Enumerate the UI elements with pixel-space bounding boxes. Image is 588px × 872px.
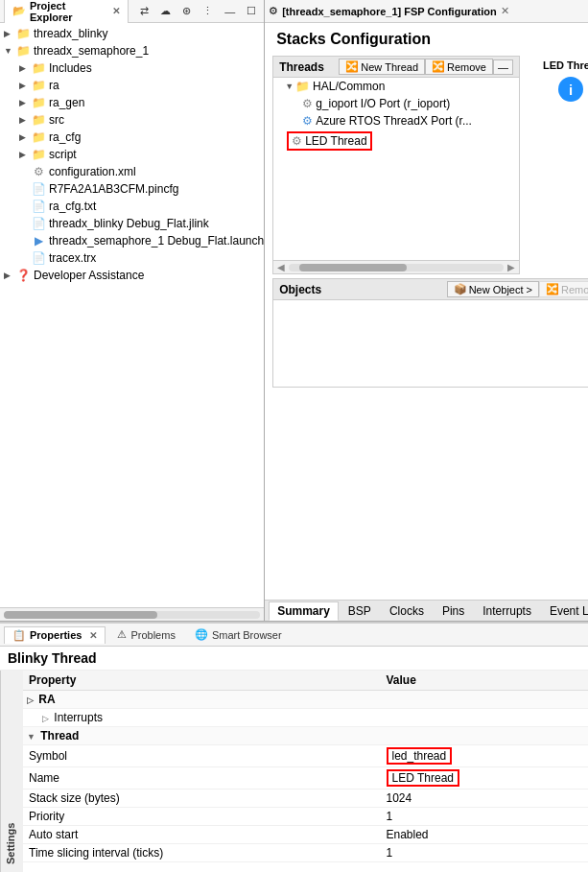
tree-label-includes: Includes [49, 61, 92, 75]
tree-label-src: src [49, 113, 64, 127]
azure-rtos-label: Azure RTOS ThreadX Port (r... [316, 114, 472, 128]
tree-item-launch[interactable]: ▶ threadx_semaphore_1 Debug_Flat.launch [0, 232, 264, 249]
threads-tree-hal-common[interactable]: ▼ 📁 HAL/Common [273, 78, 519, 95]
tree-item-ra-cfg-txt[interactable]: 📄 ra_cfg.txt [0, 198, 264, 215]
tab-interrupts[interactable]: Interrupts [474, 601, 540, 621]
new-object-button[interactable]: 📦 New Object > [447, 281, 539, 297]
smart-browser-tab-label: Smart Browser [212, 629, 282, 641]
tree-item-pincfg[interactable]: 📄 R7FA2A1AB3CFM.pincfg [0, 180, 264, 198]
table-row[interactable]: Stack size (bytes) 1024 [23, 790, 588, 808]
launch-icon: ▶ [31, 233, 46, 248]
tab-pins[interactable]: Pins [434, 601, 473, 621]
threads-tree-azure[interactable]: ⚙ Azure RTOS ThreadX Port (r... [273, 112, 519, 130]
interrupts-group-label: Interrupts [54, 711, 103, 724]
properties-tab-close-icon[interactable]: ✕ [89, 630, 97, 641]
folder-icon-includes: 📁 [31, 60, 46, 76]
tab-event-links[interactable]: Event Links [541, 601, 588, 621]
tree-arrow-ra-cfg: ▶ [19, 132, 31, 142]
tree-item-tracex[interactable]: 📄 tracex.trx [0, 249, 264, 267]
tree-label-jlink: threadx_blinky Debug_Flat.jlink [49, 217, 209, 230]
tree-label-ra-cfg-txt: ra_cfg.txt [49, 200, 96, 213]
pe-toolbar-btn5[interactable]: — [221, 4, 239, 19]
folder-icon-ra: 📁 [31, 78, 46, 93]
hscroll-right-icon[interactable]: ▶ [504, 262, 519, 272]
tree-item-threadx-semaphore[interactable]: ▼ 📁 threadx_semaphore_1 [0, 42, 264, 59]
symbol-property-label: Symbol [23, 745, 381, 767]
threads-tree-led-thread[interactable]: ⚙ LED Thread [273, 130, 519, 153]
tree-label-blinky: threadx_blinky [34, 27, 107, 40]
folder-icon-semaphore: 📁 [15, 43, 31, 59]
fsp-tab-close-icon[interactable]: ✕ [501, 5, 509, 17]
project-explorer-scrollbar[interactable] [0, 607, 264, 621]
col-value: Value [381, 671, 589, 691]
tab-clocks[interactable]: Clocks [381, 601, 433, 621]
problems-tab[interactable]: ⚠ Problems [109, 626, 182, 643]
tree-item-jlink[interactable]: 📄 threadx_blinky Debug_Flat.jlink [0, 215, 264, 232]
stack-size-value: 1024 [381, 790, 589, 808]
properties-title: Blinky Thread [0, 647, 588, 671]
tree-arrow-script: ▶ [19, 150, 31, 159]
stack-size-label: Stack size (bytes) [23, 790, 381, 808]
col-property: Property [23, 671, 381, 691]
pe-toolbar-btn4[interactable]: ⋮ [199, 3, 217, 19]
tree-arrow-blinky: ▶ [4, 29, 15, 38]
table-row[interactable]: Time slicing interval (ticks) 1 [23, 844, 588, 862]
time-slicing-value: 1 [381, 844, 589, 862]
tree-item-includes[interactable]: ▶ 📁 Includes [0, 59, 264, 77]
properties-body: Settings Property Value ▷ [0, 671, 588, 872]
tree-item-ra-gen[interactable]: ▶ 📁 ra_gen [0, 94, 264, 111]
table-row[interactable]: ▼ Thread [23, 727, 588, 745]
threads-tree-g-ioport[interactable]: ⚙ g_ioport I/O Port (r_ioport) [273, 95, 519, 112]
pe-toolbar-btn3[interactable]: ⊛ [178, 3, 195, 19]
smart-browser-tab[interactable]: 🌐 Smart Browser [187, 626, 290, 643]
hal-folder-icon: 📁 [295, 80, 310, 93]
tree-label-ra-gen: ra_gen [49, 96, 84, 109]
tree-item-ra[interactable]: ▶ 📁 ra [0, 77, 264, 94]
tree-item-dev-assist[interactable]: ▶ ❓ Developer Assistance [0, 267, 264, 284]
hscroll-left-icon[interactable]: ◀ [273, 262, 289, 272]
interrupts-expand-icon: ▷ [42, 714, 49, 723]
tree-arrow-ra-gen: ▶ [19, 98, 31, 107]
tree-arrow-includes: ▶ [19, 63, 31, 73]
threads-panel-header: Threads 🔀 New Thread 🔀 Remove — [273, 57, 519, 78]
new-thread-button[interactable]: 🔀 New Thread [339, 59, 425, 75]
tree-item-ra-cfg[interactable]: ▶ 📁 ra_cfg [0, 129, 264, 146]
table-row[interactable]: Name LED Thread [23, 767, 588, 790]
tab-summary[interactable]: Summary [269, 601, 339, 621]
objects-remove-label: Remove [561, 284, 588, 295]
tree-arrow-semaphore: ▼ [4, 46, 15, 56]
project-tree: ▶ 📁 threadx_blinky ▼ 📁 threadx_semaphore… [0, 23, 264, 607]
tree-item-src[interactable]: ▶ 📁 src [0, 111, 264, 129]
name-property-label: Name [23, 767, 381, 790]
ioport-icon: ⚙ [302, 97, 313, 110]
table-row[interactable]: Symbol led_thread [23, 745, 588, 767]
table-row[interactable]: ▷ Interrupts [23, 709, 588, 727]
info-circle-icon[interactable]: i [558, 77, 583, 102]
pe-toolbar-btn6[interactable]: ☐ [243, 3, 260, 19]
project-explorer-tab[interactable]: 📂 Project Explorer ✕ [4, 0, 129, 26]
objects-panel: Objects 📦 New Object > 🔀 Remove [272, 278, 588, 388]
threads-hscrollbar[interactable]: ◀ ▶ [273, 260, 519, 273]
led-thread-label: LED Thread [305, 134, 366, 148]
thread-group-label: Thread [40, 729, 79, 742]
tree-item-script[interactable]: ▶ 📁 script [0, 146, 264, 163]
threads-minimize-button[interactable]: — [493, 59, 513, 75]
remove-thread-button[interactable]: 🔀 Remove [425, 59, 493, 75]
properties-panel: 📋 Properties ✕ ⚠ Problems 🌐 Smart Browse… [0, 622, 588, 872]
properties-tab[interactable]: 📋 Properties ✕ [4, 626, 106, 644]
pe-toolbar-btn1[interactable]: ⇄ [136, 3, 153, 19]
priority-value: 1 [381, 808, 589, 826]
tree-label-dev-assist: Developer Assistance [34, 269, 144, 282]
tree-label-launch: threadx_semaphore_1 Debug_Flat.launch [49, 234, 264, 247]
tree-label-semaphore: threadx_semaphore_1 [34, 44, 149, 58]
folder-icon-blinky: 📁 [15, 26, 31, 41]
project-explorer-close-icon[interactable]: ✕ [112, 6, 120, 16]
table-row[interactable]: Priority 1 [23, 808, 588, 826]
tree-item-threadx-blinky[interactable]: ▶ 📁 threadx_blinky [0, 25, 264, 42]
tree-item-config-xml[interactable]: ⚙ configuration.xml [0, 163, 264, 180]
pe-toolbar-btn2[interactable]: ☁ [156, 3, 175, 19]
folder-icon-src: 📁 [31, 112, 46, 128]
table-row[interactable]: Auto start Enabled [23, 826, 588, 844]
table-row[interactable]: ▷ RA [23, 691, 588, 709]
tab-bsp[interactable]: BSP [340, 601, 380, 621]
